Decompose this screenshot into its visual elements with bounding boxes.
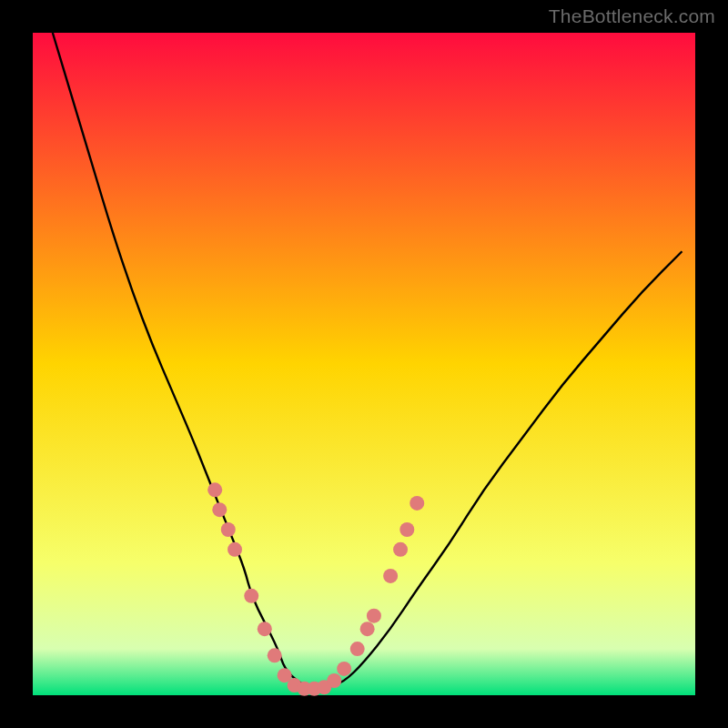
marker-dot	[367, 609, 381, 623]
marker-dot	[337, 662, 351, 676]
marker-dot	[212, 502, 227, 517]
marker-dot	[207, 482, 222, 497]
chart-svg	[0, 0, 728, 728]
chart-container: TheBottleneck.com	[0, 0, 728, 728]
plot-background	[33, 33, 695, 695]
marker-dot	[244, 589, 258, 603]
marker-dot	[399, 522, 414, 537]
marker-dot	[383, 569, 398, 583]
marker-dot	[268, 648, 282, 662]
marker-dot	[360, 622, 375, 636]
marker-dot	[393, 542, 408, 557]
marker-dot	[258, 622, 272, 636]
marker-dot	[221, 522, 236, 537]
attribution-text: TheBottleneck.com	[549, 5, 715, 27]
marker-dot	[228, 542, 242, 557]
marker-dot	[350, 642, 365, 656]
marker-dot	[327, 673, 341, 688]
marker-dot	[410, 496, 424, 511]
